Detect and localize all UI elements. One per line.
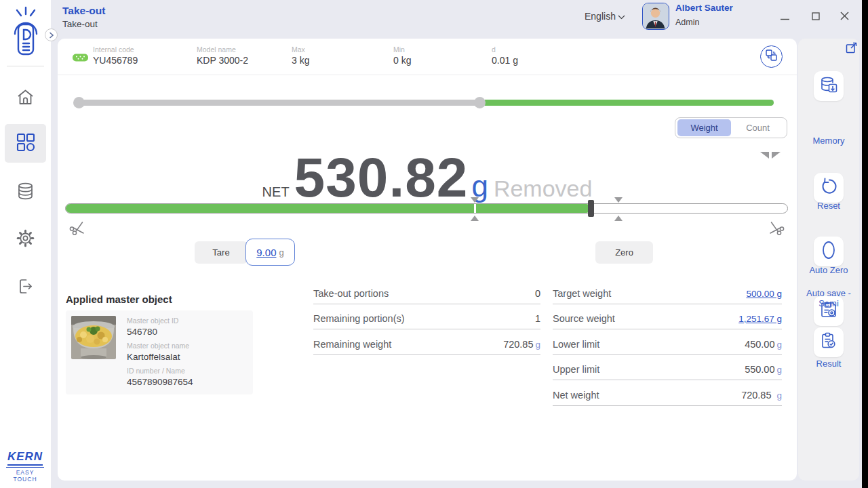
stat-unit: g (776, 365, 782, 375)
stat-label: Net weight (553, 390, 599, 401)
weight-stats: Target weight 500.00 g Source weight 1,2… (553, 279, 782, 406)
switch-scale-button[interactable] (760, 45, 783, 68)
scale-connector-icon (72, 52, 89, 66)
device-field-model-name: Model name KDP 3000-2 (197, 45, 248, 66)
brand-tagline: EASY TOUCH (4, 469, 46, 483)
expand-panel-button[interactable] (846, 41, 858, 54)
tare-value-field[interactable]: 9.00 g (245, 239, 295, 266)
table-row: Source weight 1,251.67 g (553, 304, 782, 330)
stability-indicator-icon (760, 150, 781, 162)
table-row: Lower limit 450.00 g (553, 329, 782, 355)
sidebar-divider (7, 66, 44, 66)
device-field-internal-code: Internal code YU456789 (93, 45, 138, 66)
device-field-label: Model name (197, 45, 248, 54)
source-weight-link[interactable]: 1,251.67 g (738, 314, 782, 324)
tare-value: 9.00 (256, 247, 276, 258)
tab-weight[interactable]: Weight (677, 119, 731, 136)
master-object-name-value: Kartoffelsalat (127, 352, 193, 362)
upper-limit-marker-top (614, 197, 623, 203)
window-maximize-button[interactable] (808, 9, 823, 24)
device-field-label: Max (292, 45, 309, 54)
stat-unit: g (535, 340, 540, 350)
reset-icon (819, 177, 838, 199)
brand-name: KERN (7, 450, 43, 466)
sidebar-item-home[interactable] (0, 88, 51, 109)
device-bar-divider (58, 75, 797, 75)
sidebar-collapse-button[interactable] (45, 28, 58, 41)
weight-display: NET 530.82 g Removed (58, 150, 797, 205)
device-field-label: d (492, 45, 518, 54)
auto-zero-icon (819, 240, 838, 263)
auto-zero-label: Auto Zero (798, 265, 859, 275)
stat-value: 720.85 (741, 390, 771, 401)
lower-limit-marker-bottom (471, 216, 479, 221)
tare-unit: g (279, 247, 283, 258)
sidebar-item-logout[interactable] (0, 277, 51, 298)
brand-rule (6, 467, 44, 468)
device-field-value: KDP 3000-2 (197, 55, 248, 66)
kern-touch-logo-icon (9, 5, 42, 66)
master-object-name-label: Master object name (127, 342, 193, 350)
stat-value: 550.00 (745, 364, 774, 375)
lower-limit-notch (474, 204, 476, 213)
user-avatar[interactable] (642, 3, 669, 30)
portion-slider[interactable] (75, 100, 774, 106)
memory-label: Memory (798, 136, 859, 146)
page-title: Take-out (62, 5, 105, 17)
auto-save-label: Auto save - Semi (798, 288, 859, 308)
slider-thumb-middle[interactable] (474, 97, 486, 108)
device-field-d: d 0.01 g (492, 45, 518, 66)
tare-button[interactable]: Tare (195, 241, 248, 264)
kern-brand-logo: KERN EASY TOUCH (4, 450, 46, 483)
progress-fill (66, 204, 591, 213)
minimize-icon (781, 11, 789, 23)
device-field-max: Max 3 kg (292, 45, 309, 66)
stat-value: 720.85 (503, 339, 533, 350)
screen-edge-strip (862, 0, 868, 488)
auto-zero-button[interactable] (814, 237, 844, 266)
master-object-idnumber-value: 4567890987654 (127, 377, 193, 387)
target-weight-link[interactable]: 500.00 g (746, 289, 782, 299)
stat-label: Target weight (553, 288, 611, 299)
sidebar-item-database[interactable] (0, 182, 51, 203)
device-field-label: Min (393, 45, 411, 54)
master-object-card[interactable]: Master object ID 546780 Master object na… (66, 310, 253, 394)
swap-devices-icon (765, 49, 778, 64)
user-name: Albert Sauter (675, 3, 733, 13)
stat-value: 450.00 (745, 339, 774, 350)
database-icon (16, 182, 35, 203)
current-weight-handle[interactable] (588, 200, 594, 217)
reset-button[interactable] (814, 173, 844, 203)
result-button[interactable] (814, 327, 844, 357)
tab-count[interactable]: Count (731, 119, 785, 136)
net-indicator: NET (262, 184, 290, 200)
window-close-button[interactable] (837, 9, 852, 24)
stat-label: Lower limit (553, 339, 599, 350)
apps-grid-icon (16, 133, 35, 154)
right-action-rail: Memory Reset Auto Zero (798, 39, 859, 481)
main-content-card: Internal code YU456789 Model name KDP 30… (58, 39, 797, 481)
device-field-value: 0 kg (393, 55, 411, 66)
table-row: Take-out portions 0 (313, 279, 540, 304)
chevron-down-icon (618, 11, 625, 22)
weight-value: 530.82 (294, 150, 469, 205)
language-selector[interactable]: English (585, 11, 625, 22)
master-object-image (71, 316, 116, 359)
stat-unit: g (776, 340, 782, 350)
cut-right-icon[interactable] (768, 219, 787, 238)
table-row: Remaining weight 720.85 g (313, 329, 540, 355)
memory-icon (819, 75, 838, 97)
mode-toggle: Weight Count (675, 117, 787, 138)
portion-slider-fill (479, 100, 774, 106)
zero-button[interactable]: Zero (595, 241, 653, 264)
sidebar-item-apps[interactable] (5, 124, 46, 163)
cut-left-icon[interactable] (68, 219, 87, 238)
slider-thumb-left[interactable] (73, 97, 85, 108)
upper-limit-notch (618, 204, 620, 213)
memory-button[interactable] (814, 71, 844, 101)
home-icon (16, 88, 35, 109)
weight-progress-bar (65, 203, 788, 214)
window-minimize-button[interactable] (777, 9, 792, 24)
sidebar-item-settings[interactable] (0, 229, 51, 250)
master-object-idnumber-label: ID number / Name (127, 367, 193, 375)
